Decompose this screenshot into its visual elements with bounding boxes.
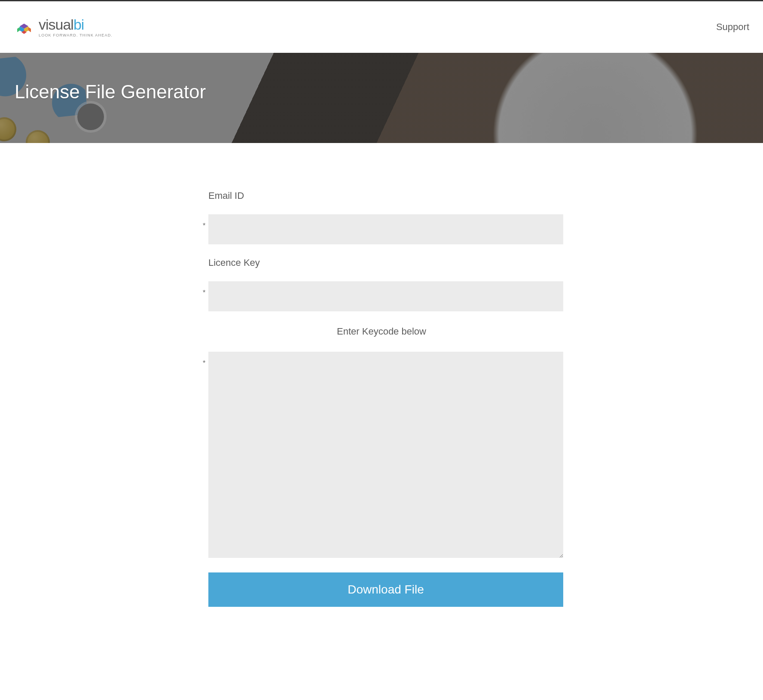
required-mark: *: [200, 352, 208, 367]
required-mark: *: [200, 281, 208, 297]
logo-mark-icon: [14, 17, 34, 37]
page-title: License File Generator: [0, 53, 763, 103]
logo-text: visualbi LOOK FORWARD. THINK AHEAD.: [39, 17, 113, 37]
licence-key-input[interactable]: [208, 281, 563, 311]
svg-marker-3: [17, 27, 20, 32]
licence-label: Licence Key: [200, 257, 563, 268]
logo-tagline: LOOK FORWARD. THINK AHEAD.: [39, 33, 113, 37]
brand-logo: visualbi LOOK FORWARD. THINK AHEAD.: [14, 17, 113, 37]
nav-support-link[interactable]: Support: [716, 21, 749, 33]
site-header: visualbi LOOK FORWARD. THINK AHEAD. Supp…: [0, 1, 763, 53]
email-input[interactable]: [208, 214, 563, 244]
keycode-label: Enter Keycode below: [200, 326, 563, 337]
download-file-button[interactable]: Download File: [208, 572, 563, 607]
hero-banner: License File Generator: [0, 53, 763, 143]
email-label: Email ID: [200, 190, 563, 201]
required-mark: *: [200, 214, 208, 230]
logo-word-main: visual: [39, 16, 73, 33]
license-form: Email ID * Licence Key * Enter Keycode b…: [195, 190, 568, 607]
logo-word-accent: bi: [73, 16, 84, 33]
svg-marker-4: [28, 27, 31, 32]
keycode-textarea[interactable]: [208, 352, 563, 558]
